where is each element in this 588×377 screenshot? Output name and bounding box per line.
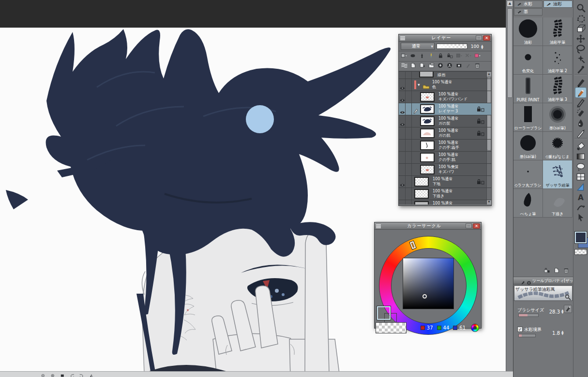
liner-tool[interactable] [575, 128, 587, 139]
canvas-navigation-bar[interactable] [0, 371, 513, 377]
brush-item[interactable]: ◇ラフ丸ブラシ [513, 160, 543, 189]
folder-collapse-icon[interactable]: ▼ [418, 83, 420, 86]
transparent-swatch[interactable] [574, 249, 587, 255]
visibility-gutter[interactable] [399, 103, 406, 115]
layer-thumbnail[interactable] [420, 165, 435, 174]
layer-thumbnail[interactable] [420, 104, 435, 114]
rotate-cw-icon[interactable] [79, 372, 85, 377]
tab-oil[interactable]: 油彩 [543, 0, 573, 8]
brush-item[interactable]: 下描き [543, 189, 573, 218]
watercolor-edge-slider[interactable] [518, 334, 536, 337]
dis-pen-icon[interactable] [465, 63, 473, 70]
brush-item[interactable]: ザッサラ絵筆 [543, 160, 573, 189]
swatch-dd-icon[interactable] [400, 53, 408, 60]
gear-icon[interactable] [527, 278, 531, 283]
sheet-icon[interactable] [409, 63, 418, 70]
scrollbar-thumb[interactable] [507, 8, 513, 98]
brush-item[interactable]: 油彩 [513, 17, 543, 46]
visibility-gutter[interactable] [399, 91, 406, 103]
eye-icon[interactable] [400, 83, 405, 87]
pencil-tool[interactable] [575, 97, 587, 108]
object-select-tool[interactable] [575, 212, 587, 223]
brush-size-slider[interactable] [518, 314, 539, 317]
layer-thumbnail[interactable] [420, 128, 435, 138]
sheet-icon[interactable] [553, 267, 561, 275]
marker-tool[interactable] [575, 108, 587, 118]
pink-dd-icon[interactable] [474, 53, 482, 60]
dl-person-icon[interactable] [446, 63, 454, 70]
zoom-out-icon[interactable] [41, 372, 46, 377]
layer-row[interactable]: 100 %通常 [399, 200, 491, 204]
frame-tool[interactable] [575, 172, 587, 182]
sheet-plus-icon[interactable] [419, 63, 427, 70]
brush-tool[interactable] [575, 87, 587, 98]
eye-icon[interactable] [400, 119, 405, 123]
brush-size-value[interactable]: 28.3 [545, 309, 560, 314]
rotate-tool[interactable] [575, 13, 587, 24]
blend-mode-dropdown[interactable]: 通常▼ [401, 43, 435, 50]
brush-item[interactable]: 油彩平筆 2 [543, 46, 573, 75]
pen-tool[interactable] [575, 77, 587, 88]
magic-wand-tool[interactable] [575, 54, 587, 64]
trash-icon[interactable] [474, 63, 482, 70]
visibility-gutter[interactable] [399, 127, 406, 139]
opacity-slider[interactable] [437, 44, 467, 49]
layer-panel-titlebar[interactable]: レイヤー — ✕ [399, 34, 491, 42]
layer-row-partial[interactable]: 線画 [399, 72, 491, 79]
color-panel-titlebar[interactable]: カラーサークル — ✕ [375, 222, 481, 230]
visibility-gutter[interactable] [399, 200, 406, 204]
balloon-tool[interactable] [575, 161, 587, 172]
tab-watercolor[interactable]: 水彩 [514, 0, 543, 8]
pen-colored-icon[interactable] [428, 53, 436, 60]
stencil-icon[interactable] [419, 53, 427, 60]
foreground-color-swatch[interactable] [575, 232, 587, 243]
canvas-vertical-scrollbar[interactable]: ▲ [506, 0, 513, 371]
panel-menu-icon[interactable] [400, 36, 407, 40]
rotate-ccw-icon[interactable] [70, 372, 75, 377]
scroll-up-icon[interactable]: ▲ [507, 0, 513, 7]
eye-icon[interactable] [400, 95, 405, 99]
minimize-icon[interactable]: — [476, 35, 482, 40]
tube-lock-icon[interactable] [543, 267, 551, 275]
move-tool[interactable] [575, 33, 587, 44]
fit-icon[interactable] [60, 372, 66, 377]
opacity-stepper[interactable]: ▲▼ [481, 44, 483, 49]
layer-row[interactable]: 100 %通常クの手:義手 [399, 140, 491, 152]
layer-thumbnail[interactable] [420, 153, 435, 162]
selected-brush-preview[interactable]: ザッサラ絵筆油彩風 [514, 285, 573, 301]
eye-icon[interactable] [400, 107, 405, 111]
brush-item[interactable]: PURE PAINT [513, 75, 543, 103]
brush-item[interactable]: 墨(sai筆) [513, 132, 543, 160]
dis-dd1-icon[interactable] [455, 53, 464, 60]
wave-icon[interactable] [400, 63, 408, 70]
brush-size-stepper[interactable]: ▲▼ [561, 309, 564, 314]
visibility-gutter[interactable] [399, 140, 406, 151]
layer-row[interactable]: ▼ 100 %通常色 [399, 79, 491, 91]
visibility-gutter[interactable] [399, 152, 406, 163]
flip-icon[interactable] [89, 372, 95, 377]
visibility-gutter[interactable] [399, 115, 406, 127]
close-icon[interactable]: ✕ [473, 223, 480, 229]
layer-row[interactable]: 100 %通常下地 [399, 176, 491, 188]
brush-item[interactable]: 墨(sai筆) [543, 103, 573, 132]
layer-thumbnail[interactable] [414, 177, 429, 187]
foreground-color-swatch[interactable] [377, 306, 391, 320]
figure-tool[interactable] [575, 182, 587, 192]
tool-property-titlebar[interactable]: ツールプロパティ[ザッサラ絵 [513, 277, 573, 284]
zoom-in-icon[interactable] [50, 372, 56, 377]
watercolor-edge-checkbox[interactable]: ✓ [517, 327, 523, 332]
brush-item[interactable]: べちょ筆 [513, 189, 543, 218]
watercolor-edge-value[interactable]: 1.8 [545, 330, 560, 336]
layer-thumbnail[interactable] [420, 141, 435, 150]
ellipse-icon[interactable] [409, 53, 418, 60]
visibility-gutter[interactable] [399, 176, 406, 188]
visibility-gutter[interactable] [399, 188, 406, 200]
eye-icon[interactable] [400, 180, 405, 184]
layer-row[interactable]: 100 %通常ガの肌 [399, 127, 491, 140]
perspective-tool[interactable] [575, 23, 587, 34]
blur-drop-tool[interactable] [575, 118, 587, 128]
folder-sheet-icon[interactable] [428, 63, 436, 70]
layer-thumbnail[interactable] [420, 92, 435, 102]
magnifier-tool[interactable] [575, 3, 587, 14]
layer-row[interactable]: 100 %通常キズパワ:バンド [399, 91, 491, 103]
